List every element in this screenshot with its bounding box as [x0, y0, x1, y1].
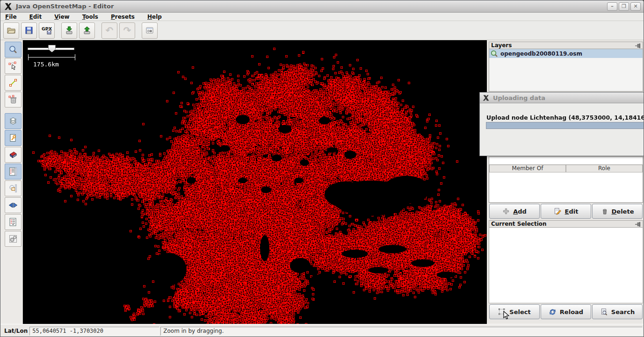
settings-toggle-button[interactable]: [5, 231, 22, 247]
reload-button[interactable]: Reload: [541, 304, 591, 319]
mouse-cursor: [503, 311, 510, 320]
statusbar: Lat/Lon 55,0640571 -1,3703020 Zoom in by…: [0, 324, 644, 337]
save-floppy-icon: [24, 26, 34, 35]
sticky-pin-icon[interactable]: [635, 222, 641, 227]
scale-bar: [28, 54, 75, 61]
properties-toggle-button[interactable]: [5, 130, 22, 146]
layer-visibility-icon: [491, 50, 498, 57]
undo-button[interactable]: ↶: [101, 22, 117, 39]
history-toggle-button[interactable]: [5, 147, 22, 163]
latlon-value: 55,0640571 -1,3703020: [29, 327, 159, 336]
draw-node-tool-button[interactable]: [5, 75, 22, 91]
main-toolbar: GPX ↶ ↷: [0, 21, 644, 40]
relations-toggle-button[interactable]: [5, 180, 22, 196]
upload-data-button[interactable]: [79, 22, 95, 39]
layers-list[interactable]: opengeodb20080119.osm: [489, 49, 643, 92]
trash-icon: [601, 208, 608, 215]
relations-icon: [8, 184, 18, 193]
menu-presets[interactable]: Presets: [111, 14, 135, 20]
selection-list[interactable]: [489, 228, 643, 303]
delete-button[interactable]: Delete: [592, 204, 643, 219]
edit-pencil-icon: [554, 208, 562, 215]
conflicts-toggle-button[interactable]: [5, 197, 22, 213]
delete-button-label: Delete: [612, 208, 634, 215]
reload-button-label: Reload: [560, 308, 583, 315]
command-stack-toggle-button[interactable]: [5, 214, 22, 230]
conflict-arrows-icon: [8, 201, 18, 210]
zoom-slider[interactable]: [28, 44, 74, 53]
scale-label: 175.6km: [33, 61, 59, 68]
column-header-role[interactable]: Role: [566, 165, 643, 172]
menu-file[interactable]: File: [5, 14, 17, 20]
map-canvas[interactable]: [23, 40, 487, 324]
layer-name: opengeodb20080119.osm: [500, 50, 582, 57]
move-hand-icon: [8, 61, 18, 71]
add-button[interactable]: Add: [489, 204, 540, 219]
open-folder-icon: [7, 26, 16, 35]
x11-logo-icon: [483, 94, 490, 101]
move-tool-button[interactable]: [5, 58, 22, 74]
membership-table: Member Of Role: [489, 165, 643, 203]
status-help-text: Zoom in by dragging.: [160, 327, 643, 336]
layers-toggle-button[interactable]: [5, 113, 22, 129]
upload-progress-bar: [486, 122, 644, 129]
delete-tool-button[interactable]: [5, 92, 22, 108]
reload-icon: [549, 308, 557, 316]
titlebar[interactable]: Java OpenStreetMap - Editor – ❐ ✕: [0, 0, 644, 13]
window-title: Java OpenStreetMap - Editor: [16, 3, 114, 10]
open-button[interactable]: [3, 22, 19, 39]
search-button[interactable]: Search: [592, 304, 643, 319]
edit-button[interactable]: Edit: [541, 204, 591, 219]
upload-icon: [82, 26, 92, 35]
column-header-member-of[interactable]: Member Of: [489, 165, 566, 172]
upload-dialog-titlebar[interactable]: Uploading data: [480, 93, 644, 103]
download-data-button[interactable]: [61, 22, 77, 39]
zoom-tool-button[interactable]: [5, 42, 22, 57]
command-list-icon: [8, 217, 18, 227]
upload-progress-fill: [486, 122, 644, 129]
export-gpx-button[interactable]: GPX: [39, 22, 55, 39]
menu-edit[interactable]: Edit: [29, 14, 42, 20]
sticky-pin-icon[interactable]: [635, 43, 641, 48]
menu-view[interactable]: View: [54, 14, 69, 20]
gpx-export-icon: GPX: [42, 26, 52, 35]
plus-icon: [502, 208, 510, 215]
layers-icon: [8, 116, 18, 126]
menu-help[interactable]: Help: [147, 14, 162, 20]
upload-dialog: Uploading data Upload node Lichtenhag (4…: [479, 92, 644, 156]
map-view: 175.6km: [23, 40, 487, 324]
latlon-label: Lat/Lon: [4, 328, 28, 334]
minimize-button[interactable]: –: [607, 2, 617, 11]
membership-table-body[interactable]: [489, 172, 643, 202]
redo-icon: ↷: [123, 26, 131, 35]
x11-logo-icon: [4, 2, 13, 11]
layers-panel-header[interactable]: Layers: [489, 42, 643, 49]
eraser-icon: [8, 150, 18, 159]
edit-button-label: Edit: [565, 208, 579, 215]
preferences-button[interactable]: [142, 22, 158, 39]
properties-icon: [8, 133, 18, 143]
menu-tools[interactable]: Tools: [82, 14, 98, 20]
selection-list-toggle-button[interactable]: [5, 164, 22, 179]
preferences-icon: [145, 26, 154, 35]
close-button[interactable]: ✕: [630, 2, 641, 11]
add-button-label: Add: [513, 208, 527, 215]
gears-icon: [8, 234, 18, 244]
layer-row[interactable]: opengeodb20080119.osm: [489, 49, 643, 58]
search-button-label: Search: [611, 308, 635, 315]
layers-panel-title: Layers: [491, 42, 512, 49]
select-button-label: Select: [509, 308, 530, 315]
magnifier-icon: [8, 45, 18, 54]
selection-list-icon: [8, 167, 18, 176]
maximize-button[interactable]: ❐: [619, 2, 629, 11]
svg-text:GPX: GPX: [42, 26, 52, 31]
select-button[interactable]: Select: [489, 304, 540, 319]
selection-panel-header[interactable]: Current Selection: [489, 220, 643, 228]
menubar: File Edit View Tools Presets Help: [0, 13, 644, 21]
zoom-slider-thumb[interactable]: [48, 45, 56, 52]
right-panel: Layers opengeodb20080119.osm: [487, 40, 644, 324]
redo-button[interactable]: ↷: [119, 22, 135, 39]
save-button[interactable]: [21, 22, 37, 39]
upload-status-text: Upload node Lichtenhag (48,3753000, 14,1…: [486, 114, 644, 121]
properties-table-remnant: [489, 157, 643, 165]
